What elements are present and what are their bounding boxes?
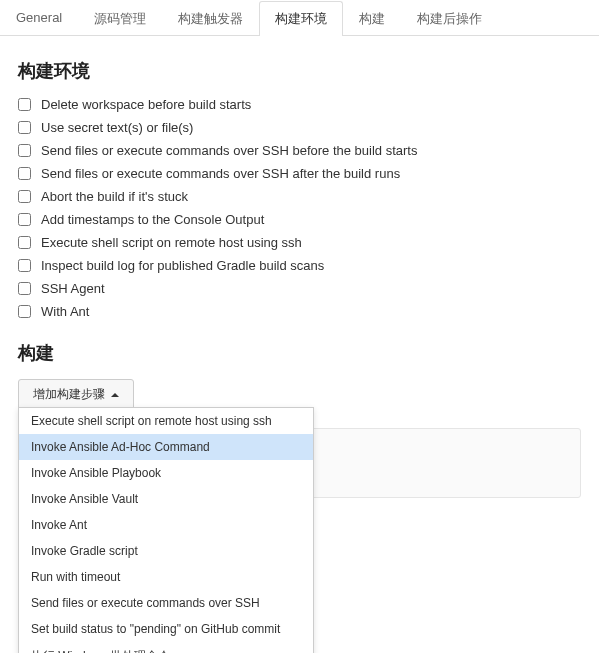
env-label[interactable]: Add timestamps to the Console Output: [41, 212, 264, 227]
menu-item-run-timeout[interactable]: Run with timeout: [19, 564, 313, 590]
env-checkbox-shell-remote[interactable]: [18, 236, 31, 249]
caret-up-icon: [111, 393, 119, 397]
tab-source[interactable]: 源码管理: [78, 1, 162, 36]
env-checkbox-ssh-agent[interactable]: [18, 282, 31, 295]
env-option-row: Add timestamps to the Console Output: [18, 212, 581, 227]
env-option-row: Inspect build log for published Gradle b…: [18, 258, 581, 273]
menu-item-ansible-vault[interactable]: Invoke Ansible Vault: [19, 486, 313, 512]
env-option-row: Execute shell script on remote host usin…: [18, 235, 581, 250]
tab-post-build[interactable]: 构建后操作: [401, 1, 498, 36]
env-checkbox-abort-stuck[interactable]: [18, 190, 31, 203]
env-label[interactable]: Send files or execute commands over SSH …: [41, 143, 417, 158]
env-label[interactable]: Inspect build log for published Gradle b…: [41, 258, 324, 273]
env-section-title: 构建环境: [18, 59, 581, 83]
build-step-menu: Execute shell script on remote host usin…: [18, 407, 314, 653]
tab-build[interactable]: 构建: [343, 1, 401, 36]
env-label[interactable]: Use secret text(s) or file(s): [41, 120, 193, 135]
menu-item-exec-shell-remote[interactable]: Execute shell script on remote host usin…: [19, 408, 313, 434]
add-build-step-button[interactable]: 增加构建步骤: [18, 379, 134, 410]
tabs-bar: General 源码管理 构建触发器 构建环境 构建 构建后操作: [0, 0, 599, 36]
content-area: 构建环境 Delete workspace before build start…: [0, 36, 599, 653]
build-step-dropdown-wrapper: 增加构建步骤 Execute shell script on remote ho…: [18, 379, 581, 410]
env-checkbox-gradle-scan[interactable]: [18, 259, 31, 272]
env-label[interactable]: With Ant: [41, 304, 89, 319]
env-checkbox-ssh-before[interactable]: [18, 144, 31, 157]
env-label[interactable]: Abort the build if it's stuck: [41, 189, 188, 204]
env-checkbox-delete-workspace[interactable]: [18, 98, 31, 111]
env-label[interactable]: Send files or execute commands over SSH …: [41, 166, 400, 181]
env-option-row: Abort the build if it's stuck: [18, 189, 581, 204]
menu-item-ssh-send[interactable]: Send files or execute commands over SSH: [19, 590, 313, 616]
env-label[interactable]: SSH Agent: [41, 281, 105, 296]
env-option-row: SSH Agent: [18, 281, 581, 296]
add-build-step-label: 增加构建步骤: [33, 386, 105, 403]
build-section-title: 构建: [18, 341, 581, 365]
env-label[interactable]: Delete workspace before build starts: [41, 97, 251, 112]
env-option-row: With Ant: [18, 304, 581, 319]
env-option-row: Send files or execute commands over SSH …: [18, 166, 581, 181]
env-option-row: Use secret text(s) or file(s): [18, 120, 581, 135]
tab-build-env[interactable]: 构建环境: [259, 1, 343, 36]
env-checkbox-timestamps[interactable]: [18, 213, 31, 226]
env-option-row: Delete workspace before build starts: [18, 97, 581, 112]
env-checkbox-ssh-after[interactable]: [18, 167, 31, 180]
env-checkbox-secret-text[interactable]: [18, 121, 31, 134]
env-checkbox-with-ant[interactable]: [18, 305, 31, 318]
tab-triggers[interactable]: 构建触发器: [162, 1, 259, 36]
tab-general[interactable]: General: [0, 1, 78, 36]
menu-item-windows-batch[interactable]: 执行 Windows 批处理命令: [19, 642, 313, 653]
menu-item-ansible-playbook[interactable]: Invoke Ansible Playbook: [19, 460, 313, 486]
menu-item-ansible-adhoc[interactable]: Invoke Ansible Ad-Hoc Command: [19, 434, 313, 460]
menu-item-github-pending[interactable]: Set build status to "pending" on GitHub …: [19, 616, 313, 642]
env-label[interactable]: Execute shell script on remote host usin…: [41, 235, 302, 250]
menu-item-invoke-gradle[interactable]: Invoke Gradle script: [19, 538, 313, 564]
env-option-row: Send files or execute commands over SSH …: [18, 143, 581, 158]
env-options-list: Delete workspace before build starts Use…: [18, 97, 581, 319]
menu-item-invoke-ant[interactable]: Invoke Ant: [19, 512, 313, 538]
